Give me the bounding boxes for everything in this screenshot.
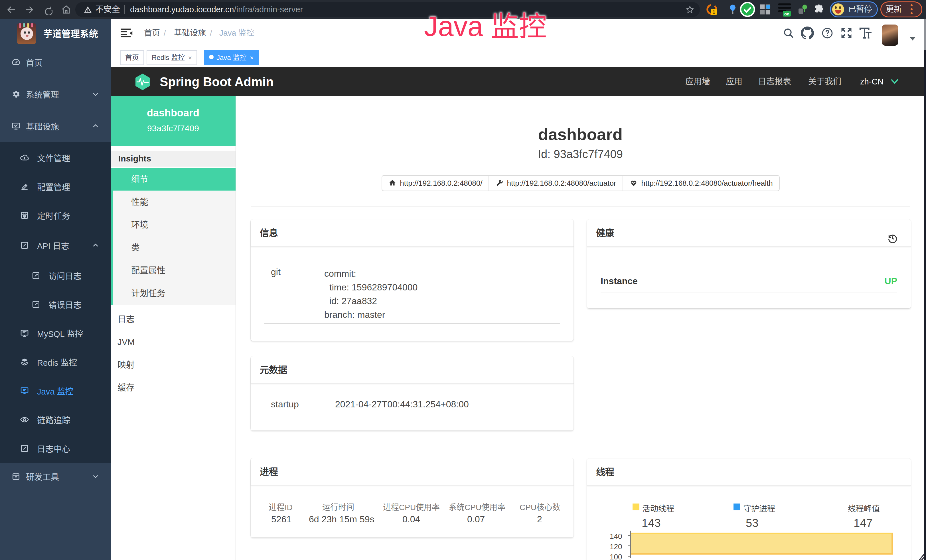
svg-text:on: on	[784, 12, 790, 16]
svg-text:1: 1	[713, 9, 715, 15]
